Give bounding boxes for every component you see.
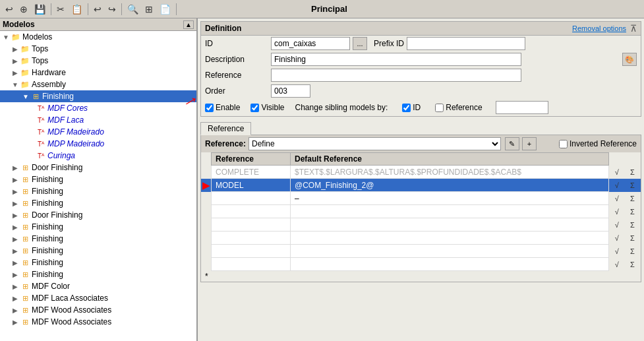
sigma-btn[interactable]: Σ	[630, 208, 635, 216]
sigma-btn[interactable]: Σ	[630, 181, 635, 189]
table-row[interactable]: √Σ	[201, 218, 641, 232]
enable-checkbox[interactable]	[205, 104, 214, 112]
row-sigma-cell[interactable]: Σ	[625, 232, 641, 245]
sigma-btn[interactable]: Σ	[630, 234, 635, 242]
toolbar-btn-grid[interactable]: ⊞	[142, 2, 156, 16]
tree-node-tops1[interactable]: ▶ 📁 Tops	[0, 43, 196, 55]
tree-node-finishing6[interactable]: ▶ ⊞ Finishing	[0, 233, 196, 245]
toolbar-btn-search[interactable]: 🔍	[125, 2, 141, 16]
sigma-btn[interactable]: Σ	[630, 247, 635, 255]
tree-node-tops2[interactable]: ▶ 📁 Tops	[0, 55, 196, 67]
ref-add-btn[interactable]: +	[522, 137, 537, 150]
table-row[interactable]: √Σ	[201, 232, 641, 245]
table-row[interactable]: √Σ	[201, 245, 641, 258]
sigma-btn[interactable]: Σ	[630, 261, 635, 268]
row-sigma-cell[interactable]: Σ	[625, 258, 641, 271]
tree-node-curinga[interactable]: Tᴬ Curinga	[0, 150, 196, 162]
tree-node-finishing5[interactable]: ▶ ⊞ Finishing	[0, 221, 196, 233]
tree-node-mdf-laca[interactable]: Tᴬ MDF Laca	[0, 114, 196, 126]
inverted-ref-checkbox[interactable]	[559, 140, 568, 148]
toolbar-btn-redo[interactable]: ↪	[105, 2, 119, 16]
sqrt-btn[interactable]: √	[615, 221, 619, 229]
sqrt-btn[interactable]: √	[615, 247, 619, 255]
row-action-cell[interactable]: √	[609, 232, 625, 245]
row-action-cell[interactable]: √	[609, 192, 625, 205]
toolbar-btn-add[interactable]: ⊕	[17, 2, 30, 16]
row-sigma-cell[interactable]: Σ	[625, 179, 641, 192]
ref-edit-btn[interactable]: ✎	[505, 137, 519, 150]
tree-node-door-finishing1[interactable]: ▶ ⊞ Door Finishing	[0, 162, 196, 173]
reference-input[interactable]	[271, 69, 521, 82]
row-action-cell[interactable]: √	[609, 179, 625, 192]
scroll-up-btn[interactable]: ▲	[183, 20, 194, 29]
toolbar-btn-cut[interactable]: ✂	[54, 2, 67, 16]
description-color-btn[interactable]: 🎨	[622, 53, 637, 66]
tree-node-mdf-wood1[interactable]: ▶ ⊞ MDF Wood Associates	[0, 304, 196, 316]
table-row[interactable]: COMPLETE$TEXT$.$LARGURA$.$ALTURA$.$PROFU…	[201, 166, 641, 179]
collapse-btn[interactable]: ⊼	[630, 23, 637, 34]
expand-icon-assembly: ▼	[11, 81, 20, 88]
row-action-cell[interactable]: √	[609, 218, 625, 232]
tree-node-finishing9[interactable]: ▶ ⊞ Finishing	[0, 268, 196, 280]
id-input[interactable]	[271, 37, 350, 50]
removal-options-link[interactable]: Removal options	[572, 24, 626, 32]
table-row[interactable]: √Σ	[201, 205, 641, 218]
sqrt-btn[interactable]: √	[615, 181, 619, 189]
tree-node-finishing7[interactable]: ▶ ⊞ Finishing	[0, 245, 196, 257]
component-icon-mdf-madeirado: Tᴬ	[36, 127, 46, 137]
table-row[interactable]: √Σ	[201, 258, 641, 271]
toolbar-btn-undo[interactable]: ↩	[91, 2, 104, 16]
sigma-btn[interactable]: Σ	[630, 195, 635, 202]
row-sigma-cell[interactable]: Σ	[625, 205, 641, 218]
row-sigma-cell[interactable]: Σ	[625, 192, 641, 205]
id-browse-btn[interactable]: ...	[353, 37, 367, 50]
toolbar-btn-back[interactable]: ↩	[3, 2, 16, 16]
tree-node-mdf-laca-assoc[interactable]: ▶ ⊞ MDF Laca Associates	[0, 292, 196, 304]
tree-node-finishing8[interactable]: ▶ ⊞ Finishing	[0, 257, 196, 268]
ref-checkbox[interactable]	[435, 104, 444, 112]
sigma-btn[interactable]: Σ	[630, 221, 635, 229]
reference-define-select[interactable]: Define	[249, 137, 501, 150]
sqrt-btn[interactable]: √	[615, 195, 619, 202]
toolbar-btn-doc[interactable]: 📄	[157, 2, 173, 16]
sigma-btn[interactable]: Σ	[630, 168, 635, 176]
row-sigma-cell[interactable]: Σ	[625, 166, 641, 179]
row-action-cell[interactable]: √	[609, 258, 625, 271]
table-row[interactable]: ▶MODEL@COM_Finishing_2@√Σ	[201, 179, 641, 192]
id-check-label: ID	[413, 103, 421, 112]
tree-node-hardware[interactable]: ▶ 📁 Hardware	[0, 67, 196, 78]
tree-node-finishing4[interactable]: ▶ ⊞ Finishing	[0, 197, 196, 209]
row-sigma-cell[interactable]: Σ	[625, 245, 641, 258]
sqrt-btn[interactable]: √	[615, 208, 619, 216]
sqrt-btn[interactable]: √	[615, 261, 619, 268]
toolbar-btn-save[interactable]: 💾	[32, 2, 48, 16]
row-sigma-cell[interactable]: Σ	[625, 218, 641, 232]
tree-node-finishing2[interactable]: ▶ ⊞ Finishing	[0, 173, 196, 185]
row-action-cell[interactable]: √	[609, 245, 625, 258]
tree-node-mdf-cores[interactable]: Tᴬ MDF Cores	[0, 102, 196, 114]
row-action-cell[interactable]: √	[609, 205, 625, 218]
toolbar: ↩ ⊕ 💾 ✂ 📋 ↩ ↪ 🔍 ⊞ 📄 Principal	[0, 0, 644, 18]
tree-node-mdf-wood2[interactable]: ▶ ⊞ MDF Wood Associates	[0, 316, 196, 328]
sqrt-btn[interactable]: √	[615, 234, 619, 242]
tree-node-finishing-main[interactable]: ▼ ⊞ Finishing →	[0, 90, 196, 102]
tree-node-mdf-color[interactable]: ▶ ⊞ MDF Color	[0, 280, 196, 292]
tree-node-mdp-madeirado[interactable]: Tᴬ MDP Madeirado	[0, 138, 196, 150]
id-checkbox[interactable]	[402, 104, 411, 112]
order-input[interactable]	[271, 84, 310, 98]
tree-node-finishing3[interactable]: ▶ ⊞ Finishing	[0, 185, 196, 197]
tab-reference[interactable]: Reference	[200, 122, 251, 135]
description-input[interactable]	[271, 53, 521, 66]
tree-container[interactable]: ▼ 📁 Modelos ▶ 📁 Tops ▶ 📁 Tops	[0, 31, 196, 341]
table-row[interactable]: –√Σ	[201, 192, 641, 205]
sqrt-btn[interactable]: √	[615, 168, 619, 176]
tree-node-modelos[interactable]: ▼ 📁 Modelos	[0, 31, 196, 43]
toolbar-btn-paste[interactable]: 📋	[69, 2, 85, 16]
tree-node-assembly[interactable]: ▼ 📁 Assembly	[0, 78, 196, 90]
visible-checkbox[interactable]	[250, 104, 259, 112]
prefix-id-input[interactable]	[407, 37, 525, 50]
row-action-cell[interactable]: √	[609, 166, 625, 179]
tree-node-door-finishing2[interactable]: ▶ ⊞ Door Finishing	[0, 209, 196, 221]
ref-check-input[interactable]	[496, 101, 548, 114]
tree-node-mdf-madeirado[interactable]: Tᴬ MDF Madeirado	[0, 126, 196, 138]
